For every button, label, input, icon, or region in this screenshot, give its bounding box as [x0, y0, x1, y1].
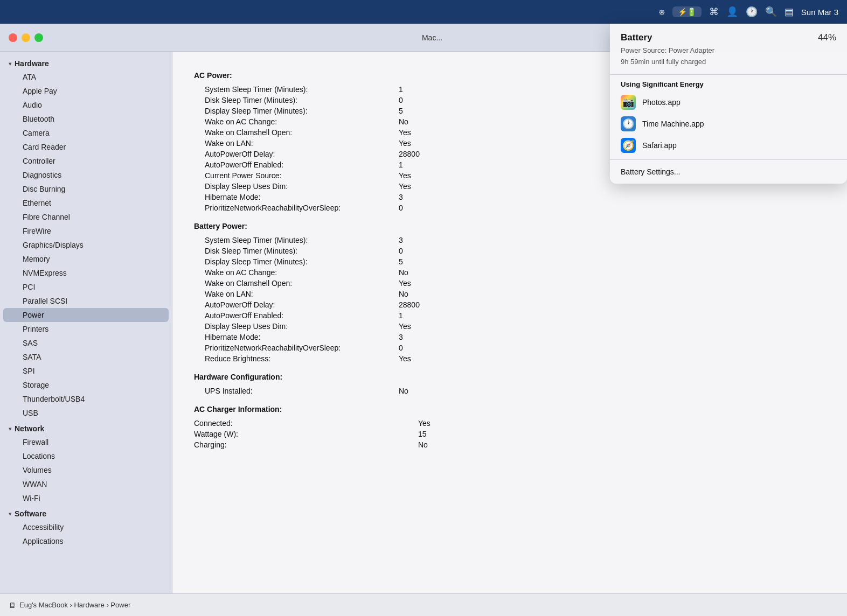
charger-value-1: 15 — [418, 430, 427, 438]
bat-value-5: No — [399, 290, 408, 298]
sidebar-item-diagnostics[interactable]: Diagnostics — [3, 168, 169, 182]
close-button[interactable] — [9, 33, 17, 42]
bat-label-11: Reduce Brightness: — [194, 354, 399, 363]
bat-label-5: Wake on LAN: — [194, 290, 399, 298]
sidebar-item-locations[interactable]: Locations — [3, 449, 169, 463]
battery-percentage: 44% — [818, 32, 836, 43]
safari-app-icon: 🧭 — [621, 138, 636, 153]
charger-label-1: Wattage (W): — [194, 430, 399, 438]
battery-dropdown: Battery 44% Power Source: Power Adapter … — [610, 24, 847, 184]
sidebar-item-discburning[interactable]: Disc Burning — [3, 182, 169, 196]
sidebar-item-wifi[interactable]: Wi-Fi — [3, 491, 169, 505]
sidebar-item-bluetooth[interactable]: Bluetooth — [3, 112, 169, 126]
user-icon[interactable]: 👤 — [726, 6, 738, 18]
ac-label-7: AutoPowerOff Enabled: — [194, 160, 399, 169]
sidebar-item-fibrechannel[interactable]: Fibre Channel — [3, 210, 169, 224]
sidebar-item-firewire[interactable]: FireWire — [3, 224, 169, 238]
bat-row-5: Wake on LAN: No — [194, 289, 825, 299]
bat-row-3: Wake on AC Change: No — [194, 267, 825, 278]
hardware-group-header[interactable]: ▾ Hardware — [0, 57, 172, 70]
sidebar-item-cardreader[interactable]: Card Reader — [3, 140, 169, 154]
sidebar-item-usb[interactable]: USB — [3, 406, 169, 420]
bat-value-3: No — [399, 268, 408, 277]
sidebar-item-volumes[interactable]: Volumes — [3, 463, 169, 477]
bat-value-8: Yes — [399, 322, 411, 331]
ac-label-3: Wake on AC Change: — [194, 117, 399, 126]
bat-label-10: PrioritizeNetworkReachabilityOverSleep: — [194, 344, 399, 352]
battery-menu-item[interactable]: ⚡🔋 — [672, 6, 702, 17]
ac-value-9: Yes — [399, 182, 411, 191]
sidebar-item-parallelscsi[interactable]: Parallel SCSI — [3, 294, 169, 308]
charger-label-0: Connected: — [194, 419, 399, 428]
bat-value-1: 0 — [399, 247, 403, 255]
sidebar-item-nvmexpress[interactable]: NVMExpress — [3, 266, 169, 280]
ac-label-4: Wake on Clamshell Open: — [194, 128, 399, 137]
sidebar-item-memory[interactable]: Memory — [3, 252, 169, 266]
sidebar-item-ata[interactable]: ATA — [3, 70, 169, 84]
ac-value-10: 3 — [399, 193, 403, 201]
battery-dropdown-title: Battery — [621, 32, 652, 43]
sidebar-item-graphicsdisplays[interactable]: Graphics/Displays — [3, 238, 169, 252]
network-chevron-icon: ▾ — [9, 426, 11, 432]
sidebar-item-pci[interactable]: PCI — [3, 280, 169, 294]
sidebar-item-wwan[interactable]: WWAN — [3, 477, 169, 491]
ac-value-4: Yes — [399, 128, 411, 137]
minimize-button[interactable] — [22, 33, 30, 42]
ac-label-10: Hibernate Mode: — [194, 193, 399, 201]
maximize-button[interactable] — [34, 33, 43, 42]
significant-energy-title: Using Significant Energy — [610, 75, 847, 92]
software-group-header[interactable]: ▾ Software — [0, 507, 172, 520]
sidebar: ▾ Hardware ATA Apple Pay Audio Bluetooth… — [0, 52, 172, 593]
battery-app-row-timemachine: 🕐 Time Machine.app — [610, 113, 847, 135]
sidebar-item-sas[interactable]: SAS — [3, 336, 169, 350]
network-group-header[interactable]: ▾ Network — [0, 422, 172, 435]
battery-source-info: Power Source: Power Adapter 9h 59min unt… — [610, 45, 847, 74]
sidebar-item-power[interactable]: Power — [3, 308, 169, 322]
hw-row-0: UPS Installed: No — [194, 386, 825, 396]
sidebar-item-applications[interactable]: Applications — [3, 534, 169, 548]
software-group-label: Software — [15, 509, 46, 518]
sidebar-item-controller[interactable]: Controller — [3, 154, 169, 168]
battery-settings-button[interactable]: Battery Settings... — [610, 159, 847, 184]
breadcrumb-path: Eug's MacBook › Hardware › Power — [19, 601, 130, 609]
sidebar-item-applepay[interactable]: Apple Pay — [3, 84, 169, 98]
ac-value-8: Yes — [399, 171, 411, 180]
bat-label-7: AutoPowerOff Enabled: — [194, 311, 399, 320]
bat-value-11: Yes — [399, 354, 411, 363]
bat-row-4: Wake on Clamshell Open: Yes — [194, 278, 825, 289]
bat-row-6: AutoPowerOff Delay: 28800 — [194, 299, 825, 310]
sidebar-item-printers[interactable]: Printers — [3, 322, 169, 336]
bat-row-11: Reduce Brightness: Yes — [194, 353, 825, 364]
sidebar-item-thunderbolt[interactable]: Thunderbolt/USB4 — [3, 392, 169, 406]
display-icon[interactable]: ▤ — [784, 6, 794, 18]
timemachine-app-icon: 🕐 — [621, 116, 636, 131]
bat-value-4: Yes — [399, 279, 411, 288]
sidebar-item-accessibility[interactable]: Accessibility — [3, 520, 169, 534]
menubar-clock: Sun Mar 3 — [801, 8, 838, 17]
bluetooth-icon[interactable]: ⎈ — [659, 6, 665, 18]
sidebar-item-camera[interactable]: Camera — [3, 126, 169, 140]
sidebar-item-ethernet[interactable]: Ethernet — [3, 196, 169, 210]
ac-value-0: 1 — [399, 85, 403, 94]
bat-row-0: System Sleep Timer (Minutes): 3 — [194, 235, 825, 246]
sidebar-item-storage[interactable]: Storage — [3, 378, 169, 392]
hardware-chevron-icon: ▾ — [9, 61, 11, 67]
bat-row-9: Hibernate Mode: 3 — [194, 332, 825, 342]
bat-value-0: 3 — [399, 236, 403, 244]
ac-value-1: 0 — [399, 96, 403, 104]
ac-row-11: PrioritizeNetworkReachabilityOverSleep: … — [194, 202, 825, 213]
timemachine-app-label: Time Machine.app — [642, 120, 704, 128]
time-machine-icon[interactable]: 🕐 — [746, 6, 758, 18]
ac-label-1: Disk Sleep Timer (Minutes): — [194, 96, 399, 104]
hw-value-0: No — [399, 387, 408, 395]
search-icon[interactable]: 🔍 — [765, 6, 777, 18]
sidebar-item-audio[interactable]: Audio — [3, 98, 169, 112]
bat-value-2: 5 — [399, 257, 403, 266]
sidebar-item-spi[interactable]: SPI — [3, 364, 169, 378]
ac-label-6: AutoPowerOff Delay: — [194, 150, 399, 158]
sidebar-item-firewall[interactable]: Firewall — [3, 435, 169, 449]
sidebar-item-sata[interactable]: SATA — [3, 350, 169, 364]
charger-row-0: Connected: Yes — [194, 418, 825, 429]
wifi-icon[interactable]: ⌘ — [709, 6, 719, 18]
battery-app-row-photos: 📷 Photos.app — [610, 92, 847, 113]
